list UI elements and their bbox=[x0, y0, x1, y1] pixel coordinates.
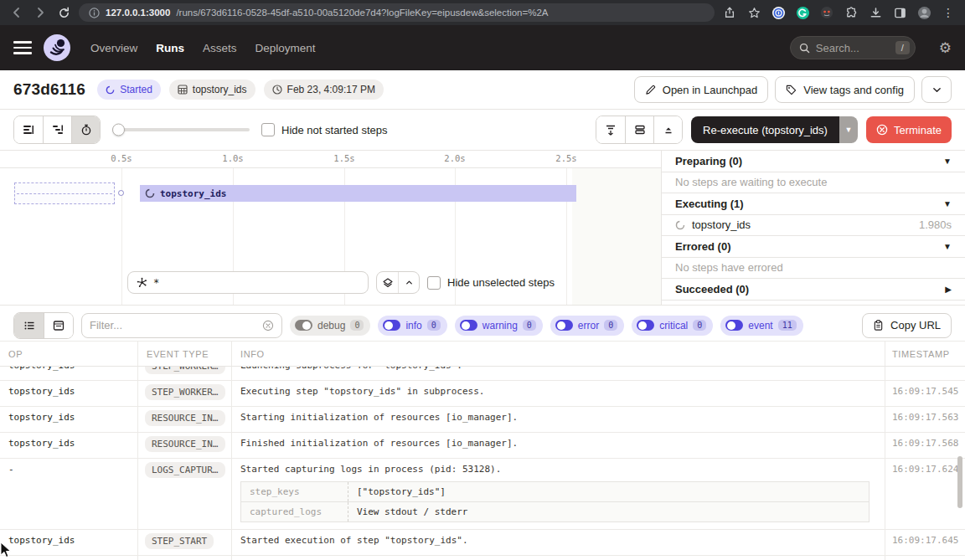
back-icon[interactable] bbox=[8, 4, 25, 21]
succeeded-section-header[interactable]: Succeeded (0) ▶ bbox=[662, 279, 965, 301]
executing-step-row[interactable]: topstory_ids 1.980s bbox=[662, 215, 965, 237]
caret-down-icon: ▼ bbox=[943, 242, 952, 251]
sidebar-toggle-icon[interactable] bbox=[891, 4, 908, 21]
dagster-logo[interactable] bbox=[44, 34, 70, 61]
downloads-icon[interactable] bbox=[867, 4, 884, 21]
log-filter-input[interactable] bbox=[90, 319, 257, 331]
hide-not-started-checkbox[interactable]: Hide not started steps bbox=[261, 123, 387, 136]
log-row[interactable]: topstory_ids RESOURCE_INIT_SUCCESS Finis… bbox=[0, 433, 965, 459]
layers-icon[interactable] bbox=[377, 272, 398, 293]
scrollbar-thumb[interactable] bbox=[957, 456, 962, 508]
collapse-query-icon[interactable] bbox=[398, 272, 419, 293]
log-table-body[interactable]: topstory_ids STEP_WORKER_STARTING Launch… bbox=[0, 367, 965, 560]
profile-avatar[interactable] bbox=[916, 4, 932, 21]
run-status-label: Started bbox=[120, 84, 152, 95]
log-info: Started execution of step "topstory_ids"… bbox=[232, 530, 885, 555]
pencil-icon bbox=[645, 85, 656, 95]
log-op: topstory_ids bbox=[0, 367, 138, 380]
log-structured-view-button[interactable] bbox=[44, 313, 73, 338]
preparing-section-header[interactable]: Preparing (0) ▼ bbox=[662, 151, 965, 172]
global-search[interactable]: / bbox=[790, 36, 916, 59]
extensions-puzzle-icon[interactable] bbox=[843, 4, 859, 21]
toggle-switch-icon bbox=[725, 320, 743, 331]
nav-item-assets[interactable]: Assets bbox=[203, 42, 237, 54]
run-more-actions-button[interactable] bbox=[921, 76, 952, 103]
log-row[interactable]: - LOGS_CAPTURED Started capturing logs i… bbox=[0, 459, 965, 530]
flat-view-button[interactable] bbox=[14, 116, 43, 143]
zoom-slider-thumb[interactable] bbox=[112, 124, 125, 136]
zoom-slider[interactable] bbox=[112, 128, 250, 131]
toggle-switch-icon bbox=[555, 320, 573, 331]
copy-url-button[interactable]: Copy URL bbox=[862, 313, 952, 338]
level-toggle-warning[interactable]: warning 0 bbox=[455, 316, 543, 336]
log-row[interactable]: topstory_ids STEP_WORKER_STARTING Launch… bbox=[0, 367, 965, 381]
gear-icon[interactable]: ⚙ bbox=[939, 39, 952, 57]
toggle-switch-icon bbox=[383, 320, 400, 331]
share-icon[interactable] bbox=[721, 4, 738, 21]
level-toggle-error[interactable]: error 0 bbox=[550, 316, 624, 336]
log-list-view-button[interactable] bbox=[14, 313, 44, 338]
password-extension-icon[interactable] bbox=[770, 4, 787, 21]
collapse-panel-button[interactable] bbox=[653, 116, 682, 143]
reload-icon[interactable] bbox=[55, 4, 72, 21]
open-in-launchpad-button[interactable]: Open in Launchpad bbox=[634, 76, 768, 103]
errored-section-header[interactable]: Errored (0) ▼ bbox=[662, 236, 965, 258]
log-row[interactable]: topstory_ids RESOURCE_INIT_STARTED Start… bbox=[0, 407, 965, 433]
op-selector-input[interactable] bbox=[127, 271, 369, 294]
view-stdout-stderr-link[interactable]: View stdout / stderr bbox=[348, 502, 869, 521]
log-info: Starting initialization of resources [io… bbox=[232, 407, 885, 432]
extension-icon[interactable] bbox=[818, 4, 835, 21]
chrome-menu-icon[interactable]: ⋮ bbox=[940, 4, 957, 21]
waterfall-view-button[interactable] bbox=[43, 116, 71, 143]
gantt-view-mode-group bbox=[13, 116, 101, 144]
nav-item-runs[interactable]: Runs bbox=[156, 42, 184, 54]
reexecute-button[interactable]: Re-execute (topstory_ids) bbox=[691, 116, 839, 143]
hamburger-menu-icon[interactable] bbox=[13, 41, 32, 54]
step-query-input[interactable] bbox=[153, 277, 359, 289]
col-header-event-type: EVENT TYPE bbox=[138, 342, 232, 366]
clock-icon bbox=[272, 85, 282, 95]
filter-steps-button[interactable] bbox=[596, 116, 625, 143]
gantt-step-label: topstory_ids bbox=[160, 188, 226, 199]
browser-chrome: 127.0.0.1:3000/runs/673d6116-0528-45df-a… bbox=[0, 0, 965, 25]
gantt-queued-marker bbox=[14, 182, 115, 204]
forward-icon[interactable] bbox=[32, 4, 49, 21]
timed-view-button[interactable] bbox=[71, 116, 100, 143]
level-toggle-info[interactable]: info 0 bbox=[378, 316, 446, 336]
level-toggle-event[interactable]: event 11 bbox=[720, 316, 802, 336]
log-row[interactable]: topstory_ids STEP_WORKER_STARTED Executi… bbox=[0, 381, 965, 407]
log-filter-field[interactable] bbox=[81, 313, 282, 338]
search-input[interactable] bbox=[816, 42, 890, 54]
caret-down-icon: ▼ bbox=[943, 157, 952, 166]
view-tags-config-label: View tags and config bbox=[803, 84, 904, 96]
level-toggle-critical[interactable]: critical 0 bbox=[632, 316, 713, 336]
reexecute-dropdown-button[interactable]: ▼ bbox=[839, 116, 858, 143]
nav-item-overview[interactable]: Overview bbox=[90, 42, 137, 54]
job-tag[interactable]: topstory_ids bbox=[169, 80, 255, 100]
rows-view-button[interactable] bbox=[625, 116, 653, 143]
hide-unselected-checkbox[interactable]: Hide unselected steps bbox=[427, 276, 555, 290]
start-time-label: Feb 23, 4:09:17 PM bbox=[287, 84, 375, 95]
gantt-future-zone bbox=[572, 168, 661, 305]
level-count-badge: 0 bbox=[350, 320, 364, 331]
gantt-step-bar[interactable]: topstory_ids bbox=[140, 185, 576, 202]
executing-title: Executing (1) bbox=[675, 198, 744, 210]
event-type-tag: LOGS_CAPTURED bbox=[145, 462, 225, 478]
log-row[interactable]: topstory_ids STEP_START Started executio… bbox=[0, 530, 965, 556]
bookmark-star-icon[interactable] bbox=[746, 4, 762, 21]
terminate-button[interactable]: Terminate bbox=[866, 116, 952, 143]
grammarly-extension-icon[interactable] bbox=[794, 4, 811, 21]
start-time-tag[interactable]: Feb 23, 4:09:17 PM bbox=[264, 80, 384, 100]
event-type-tag: RESOURCE_INIT_STARTED bbox=[145, 410, 225, 426]
level-toggle-debug[interactable]: debug 0 bbox=[290, 316, 370, 336]
toggle-switch-icon bbox=[637, 320, 654, 331]
event-type-tag: STEP_WORKER_STARTED bbox=[145, 384, 225, 400]
nav-item-deployment[interactable]: Deployment bbox=[255, 42, 316, 54]
clear-filter-icon[interactable] bbox=[262, 320, 274, 331]
run-status-badge[interactable]: Started bbox=[97, 80, 161, 100]
site-info-icon[interactable] bbox=[89, 8, 100, 18]
view-tags-config-button[interactable]: View tags and config bbox=[775, 76, 915, 103]
url-bar[interactable]: 127.0.0.1:3000/runs/673d6116-0528-45df-a… bbox=[79, 3, 715, 22]
executing-section-header[interactable]: Executing (1) ▼ bbox=[662, 193, 965, 215]
errored-empty-row: No steps have errored bbox=[662, 258, 965, 280]
